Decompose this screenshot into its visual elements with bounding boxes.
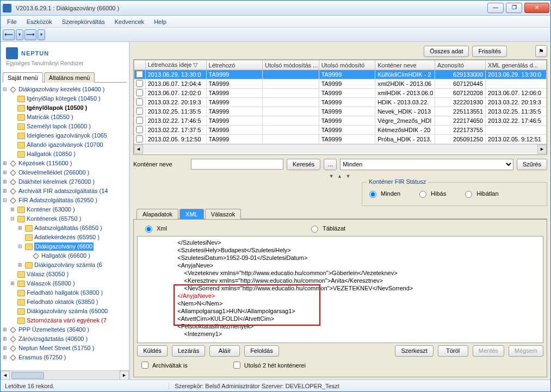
all-data-button[interactable]: Összes adat bbox=[424, 46, 469, 57]
grid-col-creator[interactable]: Létrehozó bbox=[206, 60, 263, 70]
radio-ok[interactable]: Hibátlan bbox=[462, 189, 498, 198]
check-archived[interactable]: Archiváltak is bbox=[139, 360, 188, 370]
status-group: Konténer FIR Státusz Minden Hibás Hibátl… bbox=[362, 182, 547, 206]
grid-hscroll[interactable]: ◄► bbox=[134, 144, 547, 153]
filter-button[interactable]: Szűrés bbox=[517, 159, 547, 170]
tree-node[interactable]: Archivált FIR adatszolgáltatás (14 bbox=[18, 187, 108, 195]
tab-answers[interactable]: Válaszok bbox=[205, 209, 242, 219]
logo: NEPTUN Egységes Tanulmányi Rendszer bbox=[1, 42, 129, 69]
grid-col-lastmod[interactable]: Utolsó módosítás ... bbox=[263, 60, 319, 70]
maximize-button[interactable]: ❐ bbox=[506, 3, 522, 13]
tree-node[interactable]: Feladható oktatók (63850 ) bbox=[27, 298, 98, 306]
edit-button[interactable]: Szerkeszt bbox=[395, 345, 433, 357]
tree-hscroll[interactable]: ◄► bbox=[1, 370, 129, 379]
unlock-button[interactable]: Feloldás bbox=[244, 345, 279, 357]
grid-col-xmlgen[interactable]: XML generálás d... bbox=[486, 60, 547, 70]
save-button[interactable]: Mentés bbox=[473, 345, 504, 357]
nav-back-button[interactable]: ⟵ bbox=[3, 29, 15, 40]
app-icon bbox=[3, 4, 11, 13]
refresh-button[interactable]: Frissítés bbox=[472, 46, 507, 57]
table-row[interactable]: 2013.02.25. 11:35:5TA9999TA9999Nevek_HDI… bbox=[134, 107, 547, 116]
menu-tools[interactable]: Eszközök bbox=[22, 17, 57, 27]
tab-xml[interactable]: XML bbox=[179, 209, 204, 219]
tree-node[interactable]: PPP Üzemeltetés (36400 ) bbox=[18, 326, 89, 334]
menu-file[interactable]: File bbox=[3, 17, 21, 27]
collapse-handle[interactable]: ▼ ▲ ▼ bbox=[133, 173, 547, 180]
tree-node[interactable]: Hallgatók (10850 ) bbox=[27, 150, 76, 158]
tree-node[interactable]: Adatszolgáltatás (65850 ) bbox=[34, 224, 102, 232]
cancel-button[interactable]: Mégsem bbox=[509, 345, 543, 357]
search-dropdown[interactable]: Minden bbox=[340, 159, 513, 170]
tree-node[interactable]: FIR Adatszolgáltatás (62950 ) bbox=[18, 196, 97, 204]
lefttab-own[interactable]: Saját menü bbox=[3, 72, 43, 83]
titlebar: V2013.6.29.1 : Diákigazovány (66000 ) — … bbox=[1, 1, 550, 16]
nav-back-dropdown[interactable]: ▾ bbox=[16, 29, 23, 40]
tree-node[interactable]: Képzések (115600 ) bbox=[18, 159, 72, 167]
check-last2weeks[interactable]: Utolsó 2 hét konténerei bbox=[231, 360, 306, 370]
tree-node[interactable]: Válaszok (65800 ) bbox=[27, 279, 75, 288]
status-legend: Konténer FIR Státusz bbox=[367, 178, 428, 185]
grid-col-lastmoduser[interactable]: Utolsó módosító bbox=[319, 60, 375, 70]
logo-icon bbox=[6, 47, 18, 59]
tree-node[interactable]: Oklevélmelléklet (266000 ) bbox=[18, 169, 89, 177]
table-row[interactable]: 2013.02.22. 17:37:5TA9999TA9999KétmezősH… bbox=[134, 126, 547, 135]
table-row[interactable]: 2013.06.29. 13:30:0TA9999TA9999KülföldiC… bbox=[134, 70, 547, 79]
menu-role[interactable]: Szerepkörváltás bbox=[58, 17, 109, 27]
grid-col-created[interactable]: Létrehozás ideje ▽ bbox=[145, 60, 206, 70]
tree-node[interactable]: Igénylőlap kötegek (10450 ) bbox=[27, 95, 101, 103]
table-row[interactable]: 2013.02.22. 17:46:5TA9999TA9999Végre_2me… bbox=[134, 116, 547, 126]
table-row[interactable]: 2013.02.05. 9:12:50TA9999TA9999Próba_HDI… bbox=[134, 135, 547, 144]
table-row[interactable]: 2013.06.07. 12:02:0TA9999TA9999xmlHDIK -… bbox=[134, 89, 547, 98]
tree-node[interactable]: Személyi lapok (10600 ) bbox=[27, 122, 91, 130]
tree-node[interactable]: Konténer (63000 ) bbox=[27, 206, 75, 214]
tree-node-selected[interactable]: Diákigazolvány (6600 bbox=[34, 242, 94, 251]
radio-error[interactable]: Hibás bbox=[417, 189, 446, 198]
search-label: Konténer neve bbox=[133, 161, 188, 167]
radio-xml[interactable]: Xml bbox=[143, 224, 167, 233]
search-more-button[interactable]: ... bbox=[324, 159, 337, 170]
tree-node[interactable]: Diákhitel kérelmek (276000 ) bbox=[18, 178, 95, 186]
tree-node[interactable]: Záróvizsgáztatás (40600 ) bbox=[18, 335, 88, 343]
tree-node[interactable]: Diákigazolvány kezelés (10400 ) bbox=[18, 85, 104, 94]
send-button[interactable]: Küldés bbox=[137, 345, 168, 357]
flag-icon-button[interactable]: ⚑ bbox=[535, 45, 547, 57]
tab-basic[interactable]: Alapadatok bbox=[137, 209, 178, 219]
close-button[interactable]: ✕ bbox=[524, 3, 549, 13]
tree[interactable]: ⊟Diákigazolvány kezelés (10400 ) Igénylő… bbox=[1, 83, 129, 370]
tree-node[interactable]: Diákigazolvány számla (6 bbox=[34, 261, 102, 269]
search-input[interactable] bbox=[191, 159, 283, 170]
tree-node[interactable]: Igénylőlapok (10500 ) bbox=[27, 104, 87, 112]
table-row[interactable]: 2013.03.22. 20:19:3TA9999TA9999HDIK - 20… bbox=[134, 98, 547, 107]
status-left: Letöltve 16 rekord. bbox=[5, 383, 54, 389]
sign-button[interactable]: Aláír bbox=[209, 345, 240, 357]
tree-node[interactable]: Válasz (63050 ) bbox=[27, 270, 69, 278]
tree-node[interactable]: Állandó igazolványok (10700 bbox=[27, 141, 103, 149]
tree-node[interactable]: Matricák (10550 ) bbox=[27, 113, 73, 121]
tree-node[interactable]: Adatlekérdezés (65950 ) bbox=[34, 233, 100, 241]
radio-all[interactable]: Minden bbox=[367, 189, 400, 198]
grid-col-id[interactable]: Azonosító bbox=[435, 60, 485, 70]
grid-col-container[interactable]: Konténer neve bbox=[375, 60, 435, 70]
radio-table[interactable]: Táblázat bbox=[308, 224, 345, 233]
tree-node[interactable]: Hallgatók (66600 ) bbox=[41, 252, 90, 260]
xml-viewer[interactable]: </SzuletesiNev> <SzuletesiHely>Budapest<… bbox=[137, 236, 543, 343]
search-button[interactable]: Keresés bbox=[287, 159, 320, 170]
tree-node[interactable]: Konténerek (65750 ) bbox=[27, 215, 81, 223]
data-grid[interactable]: Létrehozás ideje ▽ Létrehozó Utolsó módo… bbox=[133, 59, 547, 155]
table-row[interactable]: 2013.06.07. 12:04:4TA9999TA9999xml2HDIK … bbox=[134, 79, 547, 89]
nav-forward-button[interactable]: ⟶ bbox=[24, 29, 36, 40]
grid-col-check[interactable] bbox=[134, 60, 146, 70]
delete-button[interactable]: Töröl bbox=[438, 345, 468, 357]
close2-button[interactable]: Lezárás bbox=[172, 345, 205, 357]
tree-node[interactable]: Ideiglenes igazolványok (1065 bbox=[27, 132, 107, 140]
tree-node[interactable]: Neptun Meet Street (51750 ) bbox=[18, 344, 94, 352]
tree-node[interactable]: Feladható hallgatók (63800 ) bbox=[27, 289, 103, 297]
minimize-button[interactable]: — bbox=[487, 3, 504, 13]
tree-node[interactable]: Sztornózásra váró egyének (7 bbox=[27, 316, 107, 325]
nav-forward-dropdown[interactable]: ▾ bbox=[38, 29, 45, 40]
menu-fav[interactable]: Kedvencek bbox=[110, 17, 148, 27]
tree-node[interactable]: Erasmus (67250 ) bbox=[18, 353, 66, 362]
menu-help[interactable]: Help bbox=[150, 17, 171, 27]
lefttab-general[interactable]: Általános menü bbox=[44, 72, 95, 83]
tree-node[interactable]: Diákigazolvány számla (65000 bbox=[27, 307, 108, 315]
